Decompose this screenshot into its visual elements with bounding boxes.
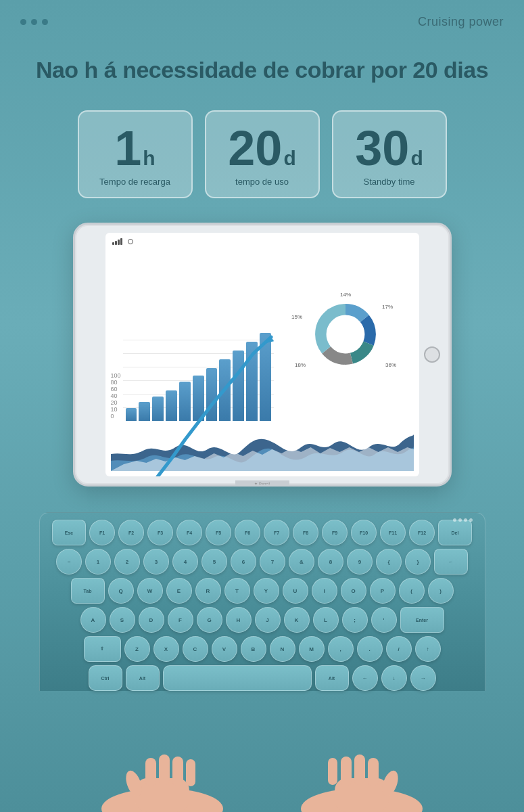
key-p[interactable]: P — [370, 578, 396, 604]
key-9[interactable]: 8 — [318, 549, 343, 574]
key-slash[interactable]: / — [386, 636, 412, 662]
key-f11[interactable]: F11 — [380, 520, 406, 545]
key-2[interactable]: 2 — [114, 549, 140, 574]
key-c[interactable]: C — [183, 636, 208, 662]
device-section: 100 80 60 40 20 10 0 — [46, 223, 479, 696]
key-q[interactable]: Q — [108, 578, 134, 604]
svg-rect-18 — [354, 754, 365, 786]
ipad-mockup: 100 80 60 40 20 10 0 — [73, 223, 452, 487]
key-3[interactable]: 3 — [143, 549, 169, 574]
key-quote[interactable]: ' — [371, 607, 397, 633]
home-button[interactable] — [424, 346, 440, 363]
keyboard-section: Esc F1 F2 F3 F4 F5 F6 F7 F8 F9 F10 F11 F… — [39, 512, 485, 696]
stat-card-use-time: 20 d tempo de uso — [205, 110, 320, 198]
key-rparen[interactable]: } — [405, 549, 431, 574]
key-i[interactable]: I — [312, 578, 337, 604]
key-f6[interactable]: F6 — [235, 520, 260, 545]
key-k[interactable]: K — [284, 607, 310, 633]
key-tab[interactable]: Tab — [71, 578, 105, 604]
key-w[interactable]: W — [137, 578, 163, 604]
dot-2 — [31, 19, 37, 25]
key-f5[interactable]: F5 — [206, 520, 231, 545]
svg-rect-17 — [341, 757, 352, 786]
donut-chart-svg — [308, 297, 383, 371]
page-container: Cruising power Nao h á necessidade de co… — [0, 0, 524, 812]
key-comma[interactable]: , — [328, 636, 354, 662]
keyboard-body: Esc F1 F2 F3 F4 F5 F6 F7 F8 F9 F10 F11 F… — [39, 512, 485, 691]
key-0[interactable]: 9 — [347, 549, 373, 574]
key-esc[interactable]: Esc — [52, 520, 86, 545]
key-t[interactable]: T — [224, 578, 250, 604]
key-x[interactable]: X — [153, 636, 179, 662]
key-tilde[interactable]: ~ — [56, 549, 82, 574]
donut-label-14: 14% — [340, 292, 351, 298]
key-f3[interactable]: F3 — [147, 520, 173, 545]
key-m[interactable]: M — [299, 636, 325, 662]
key-n[interactable]: N — [270, 636, 295, 662]
key-s[interactable]: S — [110, 607, 135, 633]
svg-rect-11 — [172, 757, 183, 786]
key-enter[interactable]: Enter — [400, 607, 444, 633]
key-4[interactable]: 4 — [172, 549, 198, 574]
donut-chart-area: 14% 17% 36% 18% 15% — [278, 248, 414, 421]
key-delete[interactable]: Del — [438, 520, 472, 545]
key-g[interactable]: G — [197, 607, 222, 633]
dot-1 — [20, 19, 26, 25]
key-8[interactable]: & — [289, 549, 314, 574]
key-lbrace[interactable]: ( — [399, 578, 425, 604]
key-f1[interactable]: F1 — [89, 520, 115, 545]
signal-icon — [112, 238, 122, 245]
donut-label-18: 18% — [295, 362, 306, 368]
key-e[interactable]: E — [166, 578, 192, 604]
key-h[interactable]: H — [226, 607, 252, 633]
key-l[interactable]: L — [313, 607, 339, 633]
key-f12[interactable]: F12 — [409, 520, 435, 545]
key-f8[interactable]: F8 — [293, 520, 318, 545]
headline-text: Nao h á necessidade de cobrar por 20 dia… — [36, 55, 488, 85]
key-f9[interactable]: F9 — [322, 520, 348, 545]
stat-number-use: 20 d — [228, 124, 295, 173]
donut-label-15: 15% — [291, 314, 302, 320]
key-lparen[interactable]: { — [376, 549, 402, 574]
key-f[interactable]: F — [168, 607, 193, 633]
key-up[interactable]: ↑ — [415, 636, 441, 662]
key-period[interactable]: . — [357, 636, 383, 662]
key-f4[interactable]: F4 — [176, 520, 202, 545]
top-bar: Cruising power — [0, 0, 524, 36]
stat-card-charge-time: 1 h Tempo de recarga — [78, 110, 193, 198]
key-semicolon[interactable]: ; — [342, 607, 368, 633]
key-7[interactable]: 7 — [260, 549, 285, 574]
key-f10[interactable]: F10 — [351, 520, 377, 545]
key-1[interactable]: 1 — [85, 549, 111, 574]
key-a[interactable]: A — [80, 607, 106, 633]
key-f2[interactable]: F2 — [118, 520, 144, 545]
key-d[interactable]: D — [139, 607, 164, 633]
donut-label-17: 17% — [382, 304, 393, 310]
donut-label-36: 36% — [385, 362, 396, 368]
dots-menu[interactable] — [20, 19, 48, 25]
keyboard-row-zxcv: ⇧ Z X C V B N M , . / ↑ — [48, 636, 477, 662]
key-backspace[interactable]: ← — [434, 549, 468, 574]
key-shift[interactable]: ⇧ — [84, 636, 121, 662]
keyboard-row-fn: Esc F1 F2 F3 F4 F5 F6 F7 F8 F9 F10 F11 F… — [48, 520, 477, 545]
key-j[interactable]: J — [255, 607, 281, 633]
stat-card-standby: 30 d Standby time — [332, 110, 447, 198]
key-5[interactable]: 5 — [201, 549, 227, 574]
key-f7[interactable]: F7 — [264, 520, 289, 545]
key-o[interactable]: O — [341, 578, 366, 604]
key-v[interactable]: V — [212, 636, 237, 662]
key-rbrace[interactable]: ) — [428, 578, 454, 604]
hands-overlay — [0, 677, 524, 812]
bar-chart — [123, 333, 274, 421]
stat-label-charge: Tempo de recarga — [99, 177, 170, 187]
key-r[interactable]: R — [195, 578, 221, 604]
svg-rect-12 — [186, 759, 195, 786]
key-y[interactable]: Y — [254, 578, 279, 604]
stat-label-use: tempo de uso — [235, 177, 289, 187]
key-6[interactable]: 6 — [231, 549, 256, 574]
key-z[interactable]: Z — [124, 636, 150, 662]
key-u[interactable]: U — [283, 578, 308, 604]
stat-number-standby: 30 d — [355, 124, 423, 173]
key-b[interactable]: B — [241, 636, 266, 662]
svg-rect-19 — [368, 758, 379, 786]
